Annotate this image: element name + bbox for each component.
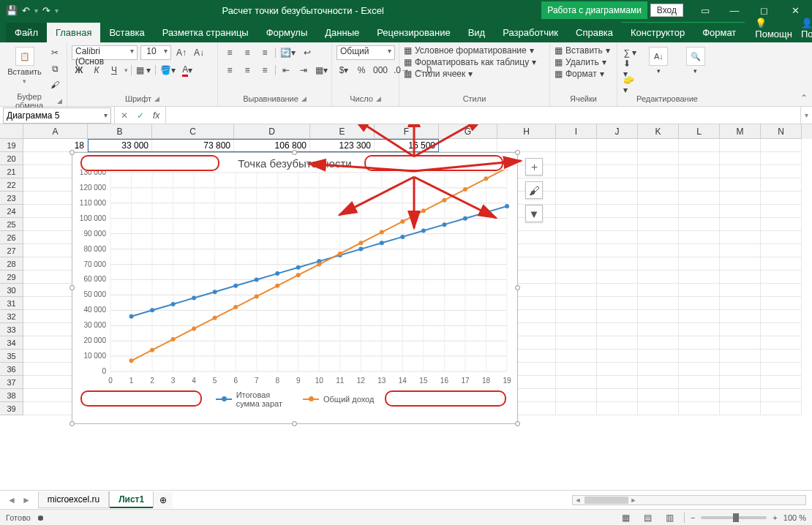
tell-me-button[interactable]: 💡 Помощн xyxy=(755,18,792,39)
cell[interactable] xyxy=(761,284,802,297)
cell[interactable] xyxy=(638,139,679,152)
tab-review[interactable]: Рецензирование xyxy=(368,23,459,42)
cell[interactable] xyxy=(556,376,597,389)
cell[interactable] xyxy=(679,376,720,389)
tab-chart-design[interactable]: Конструктор xyxy=(622,22,693,42)
column-header[interactable]: A xyxy=(23,124,88,139)
font-size-dropdown[interactable]: 10 xyxy=(140,45,171,60)
cell[interactable] xyxy=(638,271,679,284)
cell[interactable] xyxy=(761,152,802,165)
column-header[interactable]: F xyxy=(375,124,439,139)
cell[interactable] xyxy=(597,165,638,178)
cell[interactable] xyxy=(556,363,597,376)
row-header[interactable]: 20 xyxy=(0,152,23,165)
cell[interactable] xyxy=(761,389,802,402)
format-cells-button[interactable]: ▦ Формат ▾ xyxy=(555,69,604,79)
cell[interactable] xyxy=(720,363,761,376)
cell[interactable] xyxy=(556,205,597,218)
cell[interactable] xyxy=(597,323,638,336)
cell[interactable] xyxy=(679,336,720,350)
cell[interactable] xyxy=(638,363,679,376)
align-mid-icon[interactable]: ≡ xyxy=(240,45,255,60)
tab-developer[interactable]: Разработчик xyxy=(494,23,567,42)
sheet-nav-next-icon[interactable]: ► xyxy=(22,495,31,505)
cell[interactable] xyxy=(638,323,679,336)
cell[interactable] xyxy=(597,205,638,218)
chart-styles-button[interactable]: 🖌 xyxy=(525,181,543,199)
paste-button[interactable]: 📋 Вставить▾ xyxy=(4,45,45,86)
number-format-dropdown[interactable]: Общий xyxy=(337,45,395,60)
currency-icon[interactable]: $▾ xyxy=(337,63,351,78)
cell[interactable] xyxy=(597,271,638,284)
cell[interactable] xyxy=(638,389,679,402)
align-bottom-icon[interactable]: ≡ xyxy=(257,45,272,60)
cell[interactable] xyxy=(720,323,761,336)
row-header[interactable]: 28 xyxy=(0,257,23,271)
borders-icon[interactable]: ▦ ▾ xyxy=(135,63,152,78)
align-top-icon[interactable]: ≡ xyxy=(222,45,237,60)
cell[interactable] xyxy=(679,218,720,231)
cell[interactable] xyxy=(597,297,638,310)
cell[interactable] xyxy=(597,350,638,363)
column-header[interactable]: J xyxy=(597,124,638,139)
tab-help[interactable]: Справка xyxy=(567,23,622,42)
share-button[interactable]: 👤 Поделиться xyxy=(801,18,812,39)
cell[interactable] xyxy=(761,205,802,218)
cell[interactable] xyxy=(638,297,679,310)
column-header[interactable]: H xyxy=(497,124,556,139)
row-header[interactable]: 39 xyxy=(0,402,23,415)
save-icon[interactable]: 💾 xyxy=(6,5,18,16)
cell[interactable] xyxy=(597,336,638,350)
indent-inc-icon[interactable]: ⇥ xyxy=(296,63,311,78)
name-box[interactable]: Диаграмма 5 xyxy=(3,107,111,124)
row-header[interactable]: 22 xyxy=(0,178,23,192)
insert-function-icon[interactable]: fx xyxy=(153,110,159,121)
accept-input-icon[interactable]: ✓ xyxy=(137,110,144,121)
collapse-ribbon-icon[interactable]: ⌃ xyxy=(800,93,808,103)
cell[interactable] xyxy=(720,350,761,363)
row-header[interactable]: 19 xyxy=(0,139,23,152)
row-header[interactable]: 35 xyxy=(0,350,23,363)
column-header[interactable]: M xyxy=(720,124,761,139)
cell[interactable] xyxy=(638,165,679,178)
row-header[interactable]: 29 xyxy=(0,271,23,284)
row-header[interactable]: 32 xyxy=(0,310,23,323)
percent-icon[interactable]: % xyxy=(354,63,369,78)
cell[interactable]: 106 800 xyxy=(234,139,310,152)
embedded-chart[interactable]: Точка безубыточности 010 00020 00030 000… xyxy=(72,152,518,424)
align-right-icon[interactable]: ≡ xyxy=(257,63,272,78)
column-header[interactable]: B xyxy=(88,124,152,139)
merge-icon[interactable]: ▦▾ xyxy=(314,63,329,78)
cell[interactable] xyxy=(720,218,761,231)
cell[interactable] xyxy=(638,192,679,205)
cell[interactable] xyxy=(679,402,720,415)
cell[interactable] xyxy=(638,350,679,363)
cell[interactable] xyxy=(679,350,720,363)
autosum-icon[interactable]: ∑ ▾ xyxy=(622,45,639,60)
cell[interactable] xyxy=(761,231,802,244)
cell[interactable] xyxy=(556,284,597,297)
cell[interactable] xyxy=(761,244,802,257)
fill-color-icon[interactable]: 🪣▾ xyxy=(159,63,177,78)
cell[interactable] xyxy=(720,178,761,192)
cell[interactable] xyxy=(638,218,679,231)
cell[interactable] xyxy=(638,336,679,350)
cell[interactable] xyxy=(597,310,638,323)
tab-data[interactable]: Данные xyxy=(316,23,368,42)
cell[interactable] xyxy=(556,402,597,415)
format-as-table-button[interactable]: ▦ Форматировать как таблицу ▾ xyxy=(404,57,536,67)
cell[interactable] xyxy=(720,336,761,350)
cell[interactable] xyxy=(679,178,720,192)
cell[interactable] xyxy=(679,271,720,284)
close-icon[interactable]: ✕ xyxy=(778,0,812,20)
cell[interactable] xyxy=(638,152,679,165)
cell[interactable] xyxy=(761,323,802,336)
row-header[interactable]: 37 xyxy=(0,376,23,389)
cell[interactable]: 123 300 xyxy=(310,139,375,152)
cell[interactable] xyxy=(556,231,597,244)
cell[interactable] xyxy=(720,376,761,389)
column-header[interactable]: I xyxy=(556,124,597,139)
sheet-tab-microexcel[interactable]: microexcel.ru xyxy=(38,491,109,508)
cell[interactable] xyxy=(597,231,638,244)
cell[interactable] xyxy=(720,139,761,152)
